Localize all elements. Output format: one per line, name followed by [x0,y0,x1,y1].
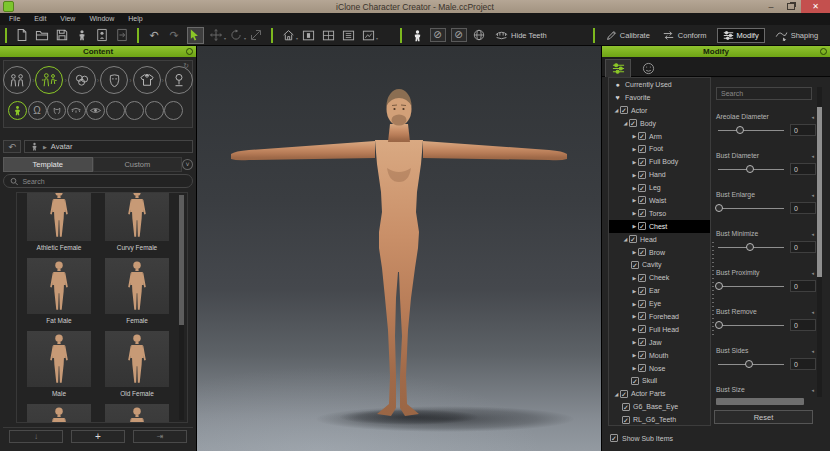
tree-checkbox[interactable]: ✓ [638,351,646,359]
slider-value-input[interactable] [790,358,816,370]
slider-reset-arrow-icon[interactable]: ◂ [811,231,814,237]
menu-edit[interactable]: Edit [27,13,53,25]
tree-checkbox[interactable]: ✓ [638,196,646,204]
tree-item-nose[interactable]: ▶✓Nose [609,362,710,375]
tree-checkbox[interactable]: ✓ [638,209,646,217]
collapse-icon[interactable]: ◢ [613,391,620,397]
tree-checkbox[interactable]: ✓ [638,300,646,308]
panel-splitter-handle[interactable] [712,242,714,338]
tree-checkbox[interactable]: ✓ [638,184,646,192]
subcategory-hair-icon[interactable]: Ω [28,101,47,120]
slider-reset-arrow-icon[interactable]: ◂ [811,348,814,354]
slider-thumb[interactable] [746,243,754,251]
globe-icon[interactable] [472,28,487,43]
expand-icon[interactable]: ▶ [631,197,638,203]
template-item[interactable]: Curvy Female [105,192,169,251]
template-thumbnail[interactable] [27,404,91,423]
expand-icon[interactable]: ▶ [631,249,638,255]
tab-template[interactable]: Template [3,157,93,172]
slider-reset-arrow-icon[interactable]: ◂ [811,309,814,315]
category-mask-icon[interactable] [100,66,128,94]
slider-reset-arrow-icon[interactable]: ◂ [811,270,814,276]
tree-item-g6-base-eye[interactable]: ✓G6_Base_Eye [609,400,710,413]
horizontal-scrollbar[interactable] [716,398,804,405]
tree-checkbox[interactable]: ✓ [631,377,639,385]
category-morph-icon[interactable] [35,66,63,94]
tree-checkbox[interactable]: ✓ [638,364,646,372]
tree-checkbox[interactable]: ✓ [629,235,637,243]
category-cloth-icon[interactable] [133,66,161,94]
tree-checkbox[interactable]: ✓ [638,325,646,333]
move-tool-icon[interactable] [209,28,224,43]
content-search[interactable] [3,174,193,188]
expand-icon[interactable]: ▶ [631,352,638,358]
add-content-button[interactable]: + [71,430,125,443]
template-thumbnail[interactable] [27,258,91,314]
tree-item-mouth[interactable]: ▶✓Mouth [609,349,710,362]
open-project-icon[interactable] [35,28,50,43]
preview-view-icon[interactable] [361,28,376,43]
save-project-icon[interactable] [55,28,70,43]
modify-panel-options-icon[interactable] [820,48,827,55]
rotate-tool-icon[interactable] [229,28,244,43]
slider-value-input[interactable] [790,241,816,253]
shaping-button[interactable]: Shaping [775,29,819,41]
template-item[interactable]: Old Female [105,331,169,397]
tree-item-rl-g6-teeth[interactable]: ✓RL_G6_Teeth [609,413,710,426]
template-thumbnail[interactable] [27,192,91,241]
slider-track[interactable] [718,286,784,287]
breadcrumb-back-button[interactable]: ↶ [3,140,21,153]
slider-reset-arrow-icon[interactable]: ◂ [811,153,814,159]
redo-icon[interactable]: ↷ [167,28,182,43]
undo-icon[interactable]: ↶ [147,28,162,43]
tree-checkbox[interactable]: ✓ [620,106,628,114]
tree-item-brow[interactable]: ▶✓Brow [609,246,710,259]
conform-button[interactable]: Conform [662,30,707,41]
tab-appearance[interactable] [635,59,661,77]
template-thumbnail[interactable] [105,404,169,423]
expand-icon[interactable]: ▶ [631,275,638,281]
import-character-icon[interactable] [95,28,110,43]
close-button[interactable]: ✕ [801,0,830,13]
viewport-3d[interactable] [197,46,601,451]
expand-icon[interactable]: ▶ [631,326,638,332]
slider-track[interactable] [718,169,784,170]
expand-icon[interactable]: ▶ [631,210,638,216]
tree-item-chest[interactable]: ▶✓Chest [609,220,710,233]
tree-checkbox[interactable]: ✓ [638,287,646,295]
tree-checkbox[interactable]: ✓ [638,248,646,256]
slider-value-input[interactable] [790,124,816,136]
subcategory-eye-icon[interactable] [86,101,105,120]
tree-item-cheek[interactable]: ▶✓Cheek [609,271,710,284]
tree-item-leg[interactable]: ▶✓Leg [609,181,710,194]
apply-content-button[interactable]: ⇥ [133,430,187,443]
slider-value-input[interactable] [790,280,816,292]
slider-thumb[interactable] [715,321,723,329]
menu-file[interactable]: File [2,13,27,25]
tree-checkbox[interactable]: ✓ [638,171,646,179]
tree-item-eye[interactable]: ▶✓Eye [609,297,710,310]
tree-item-actor[interactable]: ◢✓Actor [609,104,710,117]
template-item[interactable] [27,404,91,423]
hide-teeth-button[interactable]: Hide Teeth [495,31,547,40]
hide-cloth-icon[interactable]: ⊘ [430,28,446,42]
tree-item-cavity[interactable]: ✓Cavity [609,258,710,271]
slider-track[interactable] [718,364,784,365]
content-panel-options-icon[interactable] [186,48,193,55]
expand-icon[interactable]: ▶ [631,301,638,307]
slider-reset-arrow-icon[interactable]: ◂ [811,387,814,393]
slider-thumb[interactable] [746,165,754,173]
content-search-input[interactable] [22,178,192,185]
split-view-icon[interactable] [321,28,336,43]
new-project-icon[interactable] [15,28,30,43]
tree-checkbox[interactable]: ✓ [638,145,646,153]
tree-item-skull[interactable]: ✓Skull [609,374,710,387]
collapse-icon[interactable]: ◢ [622,236,629,242]
tree-item-foot[interactable]: ▶✓Foot [609,142,710,155]
camera-view-icon[interactable] [301,28,316,43]
category-figures-icon[interactable] [3,66,31,94]
template-grid-scrollbar[interactable] [179,195,184,420]
restore-button[interactable] [781,0,801,13]
tree-item-body[interactable]: ◢✓Body [609,117,710,130]
download-button[interactable]: ↓ [9,430,63,443]
